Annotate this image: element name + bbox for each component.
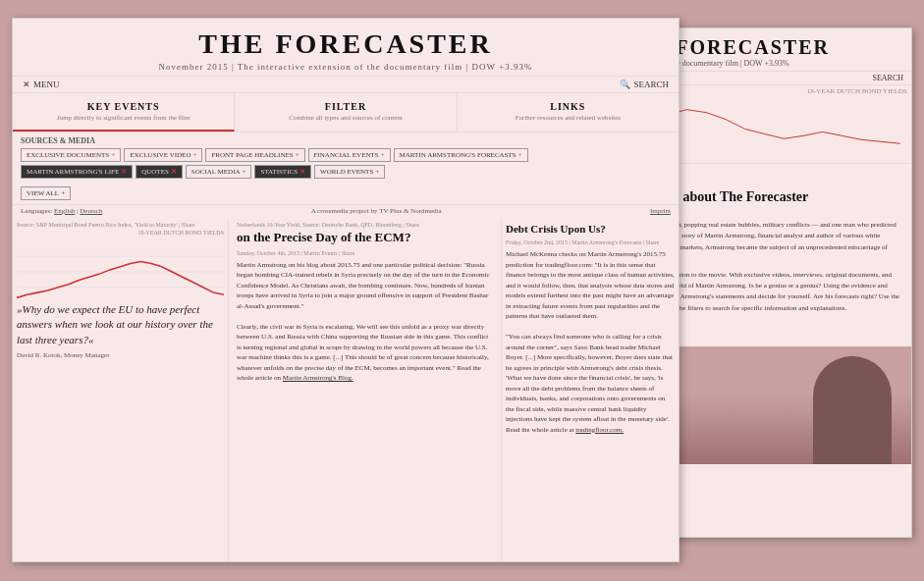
tag-front-page[interactable]: FRONT PAGE HEADLINES + (205, 148, 304, 162)
site-header: THE FORECASTER November 2015 | The inter… (13, 19, 679, 77)
tag-front-page-icon: + (296, 151, 299, 159)
tag-armstrong-forecasts-label: MARTIN ARMSTRONG'S FORECASTS (400, 151, 516, 159)
article1-body: Martin Armstrong on his blog about 2015.… (237, 260, 493, 384)
filter-section: SOURCES & MEDIA EXCLUSIVE DOCUMENTS + EX… (13, 132, 679, 205)
tag-world-events-label: WORLD EVENTS (320, 168, 373, 176)
filter-tags-row2: MARTIN ARMSTRONG'S LIFE ✕ QUOTES ✕ SOCIA… (21, 165, 671, 179)
tag-front-page-label: FRONT PAGE HEADLINES (211, 151, 293, 159)
tag-financial-events-label: FINANCIAL EVENTS (314, 151, 379, 159)
key-nav-tabs: KEY EVENTS Jump directly to significant … (13, 93, 679, 132)
crossmedia-label: A crossmedia project by TV Plus & Nordme… (311, 207, 442, 215)
tag-exclusive-video[interactable]: EXCLUSIVE VIDEO + (124, 148, 202, 162)
tag-exclusive-documents[interactable]: EXCLUSIVE DOCUMENTS + (21, 148, 121, 162)
search-label: SEARCH (633, 79, 669, 89)
tag-quotes-label: QUOTES (141, 168, 169, 176)
chart-title: 18-YEAR DUTCH BOND YIELDS (17, 230, 224, 236)
back-search-label[interactable]: SEARCH (872, 74, 903, 82)
main-window: THE FORECASTER November 2015 | The inter… (12, 18, 679, 562)
site-subtitle: November 2015 | The interactive extensio… (13, 62, 679, 72)
filter-tags-row1: EXCLUSIVE DOCUMENTS + EXCLUSIVE VIDEO + … (21, 148, 671, 162)
article2-link[interactable]: tradingfloor.com. (575, 426, 624, 434)
tag-armstrong-life-label: MARTIN ARMSTRONG'S LIFE (27, 168, 119, 176)
tab-key-events-sub: Jump directly to significant events from… (18, 114, 229, 122)
tab-links-sub: Further resources and related websites (462, 114, 674, 122)
chart-area: 18-YEAR DUTCH BOND YIELDS (17, 230, 224, 298)
tag-world-events[interactable]: WORLD EVENTS + (314, 165, 385, 179)
tag-exclusive-documents-label: EXCLUSIVE DOCUMENTS (27, 151, 109, 159)
nav-bar: ✕ MENU 🔍 SEARCH (13, 77, 679, 93)
tag-armstrong-forecasts[interactable]: MARTIN ARMSTRONG'S FORECASTS + (394, 148, 528, 162)
tag-world-events-icon: + (375, 168, 379, 176)
tag-social-media-icon: + (243, 168, 246, 176)
lang-deutsch[interactable]: Deutsch (80, 207, 102, 215)
menu-label: MENU (33, 79, 60, 89)
main-content-area: Source: S&P Municipal Bond Puerto Rico I… (13, 218, 679, 562)
sources-label: SOURCES & MEDIA (21, 136, 671, 145)
article1-source: Netherlands 10-Year Yield, Source: Deuts… (237, 222, 493, 228)
menu-button[interactable]: ✕ MENU (23, 79, 60, 89)
menu-icon: ✕ (23, 79, 30, 89)
article1-link[interactable]: Martin Armstrong's Blog. (283, 374, 353, 382)
back-chart-title: 18-YEAR DUTCH BOND YIELDS (807, 87, 907, 95)
tag-armstrong-life-icon: ✕ (121, 168, 127, 176)
tab-filter[interactable]: FILTER Combine all types and sources of … (235, 93, 457, 132)
tab-filter-title: FILTER (240, 101, 451, 112)
article1-panel: Netherlands 10-Year Yield, Source: Deuts… (229, 218, 502, 562)
tab-filter-sub: Combine all types and sources of content (240, 114, 451, 122)
tag-quotes[interactable]: QUOTES ✕ (136, 165, 183, 179)
tab-links-title: LINKS (462, 101, 674, 112)
chart-svg (17, 238, 224, 306)
search-icon: 🔍 (620, 79, 630, 89)
person-silhouette (813, 356, 892, 464)
view-all-label: VIEW ALL (27, 189, 59, 197)
tag-armstrong-forecasts-icon: + (518, 151, 522, 159)
language-bar: Languages: English | Deutsch A crossmedi… (13, 205, 679, 218)
quote-attribution: David R. Kotok, Money Manager (17, 351, 224, 359)
site-title: THE FORECASTER (13, 28, 679, 60)
chart-panel: Source: S&P Municipal Bond Puerto Rico I… (13, 218, 229, 562)
tab-links[interactable]: LINKS Further resources and related webs… (458, 93, 679, 132)
tag-quotes-icon: ✕ (171, 168, 177, 176)
tag-exclusive-documents-icon: + (111, 151, 115, 159)
tag-financial-events-icon: + (381, 151, 385, 159)
tag-statistics-icon: ✕ (299, 168, 305, 176)
tag-statistics-label: STATISTICS (260, 168, 298, 176)
tag-financial-events[interactable]: FINANCIAL EVENTS + (308, 148, 391, 162)
article2-title: Debt Crisis Upon Us? (506, 222, 675, 236)
view-all-button[interactable]: VIEW ALL + (21, 186, 71, 200)
lang-label: Languages: (21, 207, 52, 215)
main-quote: »Why do we expect the EU to have perfect… (17, 302, 224, 347)
tag-statistics[interactable]: STATISTICS ✕ (254, 165, 311, 179)
article1-meta: Sunday, October 4th, 2015 | Martin Event… (237, 250, 493, 256)
tab-key-events-title: KEY EVENTS (18, 101, 229, 112)
tag-armstrong-life[interactable]: MARTIN ARMSTRONG'S LIFE ✕ (21, 165, 133, 179)
article2-body: Michael McKenna checks on Martin Armstro… (506, 249, 675, 435)
tag-exclusive-video-icon: + (192, 151, 196, 159)
chart-source: Source: S&P Municipal Bond Puerto Rico I… (17, 222, 224, 228)
tag-social-media-label: SOCIAL MEDIA (191, 168, 241, 176)
lang-section: Languages: English | Deutsch (21, 207, 102, 215)
tab-key-events[interactable]: KEY EVENTS Jump directly to significant … (13, 93, 235, 132)
view-all-icon: + (61, 189, 65, 197)
tag-social-media[interactable]: SOCIAL MEDIA + (186, 165, 252, 179)
article1-title: on the Precise Day of the ECM? (237, 230, 493, 246)
article2-panel: Debt Crisis Upon Us? Friday, October 2nd… (502, 218, 679, 562)
article2-meta: Friday, October 2nd, 2015 | Martin Armst… (506, 239, 675, 245)
tag-exclusive-video-label: EXCLUSIVE VIDEO (130, 151, 190, 159)
search-button[interactable]: 🔍 SEARCH (620, 79, 669, 89)
imprint-link[interactable]: Imprint (650, 207, 671, 215)
lang-english[interactable]: English (54, 207, 75, 215)
